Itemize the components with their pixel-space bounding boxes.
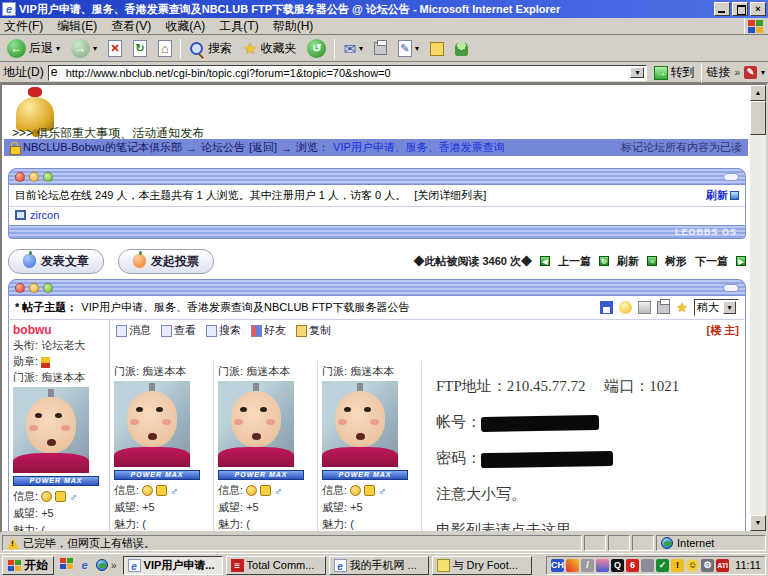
address-dropdown-icon[interactable]: ▾ <box>630 67 644 78</box>
task-button-vip[interactable]: e VIP用户申请... <box>123 556 223 575</box>
copy-button[interactable]: 复制 <box>296 323 331 338</box>
menu-tools[interactable]: 工具(T) <box>219 18 258 35</box>
print-topic-icon[interactable] <box>657 301 670 314</box>
stats-refresh-link[interactable]: 刷新 <box>706 188 739 203</box>
mail-dropdown-icon[interactable]: ▾ <box>359 44 363 53</box>
new-poll-button[interactable]: 发起投票 <box>118 249 214 274</box>
breadcrumb-back-link[interactable]: [返回] <box>249 140 277 155</box>
back-button[interactable]: ← 后退 ▾ <box>4 37 63 61</box>
close-button[interactable]: × <box>750 2 766 16</box>
mail-button[interactable]: ✉ ▾ <box>340 37 366 61</box>
movie-list-link[interactable]: 电影列表请点击这里 <box>436 521 737 531</box>
edit-button[interactable]: ✎ ▾ <box>395 37 422 61</box>
print-button[interactable] <box>371 37 390 61</box>
task-button-dryfoot[interactable]: 与 Dry Foot... <box>432 556 532 575</box>
breadcrumb-topic[interactable]: VIP用户申请、服务、香港发票查询 <box>333 140 505 155</box>
breadcrumb-forum[interactable]: 论坛公告 <box>201 140 245 155</box>
refresh-nav-icon[interactable]: ↻ <box>599 256 609 266</box>
message-button[interactable]: 消息 <box>116 323 151 338</box>
extra-dropdown-icon[interactable]: ▾ <box>761 68 765 77</box>
scroll-down-icon[interactable]: ▼ <box>750 515 766 531</box>
tray-msn-icon[interactable] <box>596 559 609 572</box>
tray-gears-icon[interactable]: ⚙ <box>701 559 714 572</box>
stop-button[interactable]: ✕ <box>105 37 125 61</box>
tray-pen-icon[interactable]: / <box>581 559 594 572</box>
edit-dropdown-icon[interactable]: ▾ <box>415 44 419 53</box>
prev-topic-link[interactable]: 上一篇 <box>558 254 591 269</box>
mac-zoom-icon[interactable] <box>43 283 53 293</box>
history-button[interactable]: ↺ <box>304 37 329 61</box>
menu-help[interactable]: 帮助(H) <box>273 18 314 35</box>
vertical-scrollbar[interactable]: ▲ ▼ <box>750 85 766 531</box>
addressbar-extra-icon[interactable]: ✎ <box>744 66 757 79</box>
tray-qq-icon[interactable]: Q <box>611 559 624 572</box>
home-button[interactable]: ⌂ <box>155 37 175 61</box>
next-arrow-icon[interactable]: ▶ <box>736 256 746 266</box>
quicklaunch-chevron-icon[interactable]: » <box>111 560 117 571</box>
view-profile-button[interactable]: 查看 <box>161 323 196 338</box>
ie-launch-icon[interactable]: e <box>77 558 92 573</box>
back-dropdown-icon[interactable]: ▾ <box>56 44 60 53</box>
menu-file[interactable]: 文件(F) <box>4 18 43 35</box>
next-topic-link[interactable]: 下一篇 <box>695 254 728 269</box>
favorites-button[interactable]: ★ 收藏夹 <box>240 37 299 61</box>
smiley-icon[interactable] <box>41 491 52 502</box>
messenger-button[interactable] <box>452 37 471 61</box>
breadcrumb-club[interactable]: NBCLUB-Bobwu的笔记本俱乐部 <box>23 140 182 155</box>
refresh-button[interactable]: ↻ <box>130 37 150 61</box>
prev-arrow-icon[interactable]: ◀ <box>540 256 550 266</box>
mac-close-icon[interactable] <box>15 283 25 293</box>
scroll-up-icon[interactable]: ▲ <box>750 85 766 101</box>
tray-smiley-icon[interactable]: ☺ <box>686 559 699 572</box>
start-button[interactable]: 开始 <box>2 556 54 575</box>
discuss-button[interactable] <box>427 37 447 61</box>
task-button-totalcmd[interactable]: ≡ Total Comm... <box>226 556 326 575</box>
links-label[interactable]: 链接 <box>706 64 730 81</box>
mac-minimize-icon[interactable] <box>29 172 39 182</box>
input-method-indicator[interactable]: CH <box>551 559 564 572</box>
mac-close-icon[interactable] <box>15 172 25 182</box>
read-mode-icon[interactable] <box>638 301 651 314</box>
mark-read-link[interactable]: 标记论坛所有内容为已读 <box>621 140 742 155</box>
menu-view[interactable]: 查看(V) <box>111 18 151 35</box>
tray-utility-icon[interactable] <box>641 559 654 572</box>
add-friend-button[interactable]: 好友 <box>251 323 286 338</box>
restore-button[interactable] <box>732 2 748 16</box>
new-post-button[interactable]: 发表文章 <box>8 249 104 274</box>
tray-antivirus-icon[interactable] <box>566 559 579 572</box>
show-desktop-icon[interactable] <box>60 558 75 573</box>
panel-collapse-icon[interactable] <box>723 284 739 292</box>
links-chevron-icon[interactable]: » <box>734 67 740 78</box>
online-user-link[interactable]: zircon <box>30 209 59 221</box>
forward-dropdown-icon[interactable]: ▾ <box>93 44 97 53</box>
tray-flashget-icon[interactable]: 6 <box>626 559 639 572</box>
address-input[interactable]: e http://www.nbclub.net/cgi-bin/topic.cg… <box>48 65 648 81</box>
mac-minimize-icon[interactable] <box>29 283 39 293</box>
forward-button[interactable]: → ▾ <box>68 37 100 61</box>
tray-ati-icon[interactable]: ATI <box>716 559 729 572</box>
alert-icon[interactable] <box>619 301 632 314</box>
search-posts-button[interactable]: 搜索 <box>206 323 241 338</box>
mac-zoom-icon[interactable] <box>43 172 53 182</box>
task-button-phone-site[interactable]: e 我的手机网 ... <box>329 556 429 575</box>
go-button[interactable]: → 转到 <box>651 61 697 85</box>
menu-edit[interactable]: 编辑(E) <box>57 18 97 35</box>
tree-view-icon[interactable]: ≡ <box>647 256 657 266</box>
poster-name[interactable]: bobwu <box>13 323 105 337</box>
scrollbar-thumb[interactable] <box>750 101 766 135</box>
refresh-topic-link[interactable]: 刷新 <box>617 254 639 269</box>
font-size-select[interactable]: 稍大 ▾ <box>694 299 739 316</box>
tray-warning-icon[interactable]: ! <box>671 559 684 572</box>
outlook-launch-icon[interactable] <box>94 558 109 573</box>
save-topic-icon[interactable] <box>600 301 613 314</box>
menu-favorites[interactable]: 收藏(A) <box>165 18 205 35</box>
qq-icon[interactable] <box>55 491 66 502</box>
tray-firewall-icon[interactable]: ✓ <box>656 559 669 572</box>
script-error-icon[interactable] <box>7 538 19 549</box>
panel-collapse-icon[interactable] <box>723 173 739 181</box>
minimize-button[interactable] <box>714 2 730 16</box>
close-detail-link[interactable]: [关闭详细列表] <box>414 188 486 203</box>
favorite-topic-icon[interactable]: ★ <box>676 301 688 314</box>
tree-view-link[interactable]: 树形 <box>665 254 687 269</box>
search-button[interactable]: 搜索 <box>186 37 235 61</box>
